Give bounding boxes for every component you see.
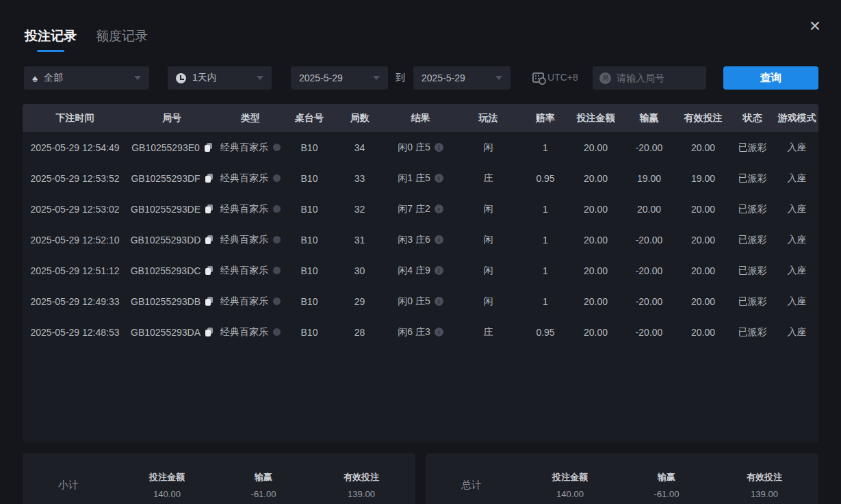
result-cell: 闲0 庄5 i bbox=[385, 286, 456, 317]
play-cell: 闲 bbox=[456, 132, 521, 163]
filter-bar: ♠ 全部 1天内 2025-5-29 到 2025-5-29 UTC+8 局 查… bbox=[0, 66, 841, 90]
play-cell: 闲 bbox=[456, 286, 521, 317]
result-text: 闲1 庄5 bbox=[398, 172, 430, 185]
header-game-id: 局号 bbox=[127, 104, 216, 132]
bet-amount-cell: 20.00 bbox=[570, 132, 621, 163]
date-from-picker[interactable]: 2025-5-29 bbox=[291, 66, 388, 90]
total-valid-group: 有效投注 139.00 bbox=[710, 471, 818, 499]
tab-bet-records-label: 投注记录 bbox=[25, 27, 77, 45]
header-bet-amount: 投注金额 bbox=[570, 104, 621, 132]
game-type-value: 全部 bbox=[44, 72, 63, 84]
round-cell: 28 bbox=[334, 317, 385, 347]
tab-bet-records[interactable]: 投注记录 bbox=[25, 27, 77, 52]
table-row: 2025-05-29 12:52:10 GB10255293DD 经典百家乐 B… bbox=[23, 224, 818, 255]
status-cell: 已派彩 bbox=[729, 163, 775, 194]
video-replay-icon bbox=[273, 205, 281, 213]
info-icon[interactable]: i bbox=[435, 143, 443, 152]
tab-quota-records[interactable]: 额度记录 bbox=[96, 27, 148, 52]
game-id-cell: GB10255293DF bbox=[127, 163, 216, 194]
result-text: 闲6 庄3 bbox=[398, 326, 430, 339]
time-range-dropdown[interactable]: 1天内 bbox=[168, 66, 272, 90]
result-cell: 闲0 庄5 i bbox=[385, 132, 456, 163]
date-to-value: 2025-5-29 bbox=[422, 72, 465, 83]
game-type-cell: 经典百家乐 bbox=[216, 132, 285, 163]
game-mode-cell: 入座 bbox=[775, 194, 818, 224]
status-cell: 已派彩 bbox=[729, 224, 775, 255]
game-id-text: GB10255293E0 bbox=[131, 142, 200, 153]
info-icon[interactable]: i bbox=[435, 204, 443, 213]
result-cell: 闲1 庄5 i bbox=[385, 163, 456, 194]
odds-cell: 1 bbox=[521, 132, 570, 163]
info-icon[interactable]: i bbox=[435, 297, 443, 306]
date-to-picker[interactable]: 2025-5-29 bbox=[413, 66, 510, 90]
subtotal-valid-group: 有效投注 139.00 bbox=[307, 471, 415, 499]
game-type-cell: 经典百家乐 bbox=[216, 163, 285, 194]
round-cell: 32 bbox=[334, 194, 385, 224]
copy-icon[interactable] bbox=[205, 328, 213, 336]
active-tab-underline bbox=[37, 50, 64, 52]
tab-quota-records-label: 额度记录 bbox=[96, 27, 148, 45]
game-type-text: 经典百家乐 bbox=[220, 265, 268, 277]
game-type-dropdown[interactable]: ♠ 全部 bbox=[24, 66, 149, 90]
bet-time-cell: 2025-05-29 12:53:02 bbox=[23, 194, 127, 224]
spade-icon: ♠ bbox=[32, 72, 38, 84]
bet-amount-cell: 20.00 bbox=[570, 286, 621, 317]
round-cell: 30 bbox=[334, 255, 385, 286]
game-type-cell: 经典百家乐 bbox=[216, 224, 285, 255]
valid-bet-cell: 20.00 bbox=[677, 194, 729, 224]
win-loss-cell: -20.00 bbox=[621, 224, 677, 255]
result-text: 闲3 庄6 bbox=[398, 234, 430, 246]
info-icon[interactable]: i bbox=[435, 266, 443, 275]
table-row: 2025-05-29 12:51:12 GB10255293DC 经典百家乐 B… bbox=[23, 255, 818, 286]
info-icon[interactable]: i bbox=[435, 174, 443, 183]
header-odds: 赔率 bbox=[521, 104, 570, 132]
copy-icon[interactable] bbox=[205, 266, 213, 275]
total-label: 总计 bbox=[426, 479, 517, 492]
header-type: 类型 bbox=[216, 104, 285, 132]
copy-icon[interactable] bbox=[205, 174, 213, 183]
table-no-cell: B10 bbox=[285, 255, 334, 286]
info-icon[interactable]: i bbox=[435, 235, 443, 244]
total-bet-group: 投注金额 140.00 bbox=[517, 471, 623, 499]
game-id-cell: GB10255293DC bbox=[127, 255, 216, 286]
odds-cell: 1 bbox=[521, 194, 570, 224]
video-replay-icon bbox=[273, 297, 281, 305]
game-type-text: 经典百家乐 bbox=[220, 203, 268, 215]
game-mode-cell: 入座 bbox=[775, 224, 818, 255]
round-cell: 34 bbox=[334, 132, 385, 163]
info-icon[interactable]: i bbox=[435, 328, 443, 336]
odds-cell: 1 bbox=[521, 255, 570, 286]
result-cell: 闲6 庄3 i bbox=[385, 317, 456, 347]
subtotal-valid-value: 139.00 bbox=[307, 489, 415, 499]
odds-cell: 1 bbox=[521, 286, 570, 317]
win-loss-cell: -20.00 bbox=[621, 286, 677, 317]
result-text: 闲7 庄2 bbox=[398, 203, 430, 215]
odds-cell: 0.95 bbox=[521, 163, 570, 194]
copy-icon[interactable] bbox=[205, 297, 213, 306]
game-type-cell: 经典百家乐 bbox=[216, 255, 285, 286]
bet-time-cell: 2025-05-29 12:54:49 bbox=[23, 132, 127, 163]
chevron-down-icon bbox=[495, 76, 502, 80]
status-cell: 已派彩 bbox=[729, 255, 775, 286]
game-type-text: 经典百家乐 bbox=[220, 172, 268, 185]
table-row: 2025-05-29 12:54:49 GB10255293E0 经典百家乐 B… bbox=[23, 132, 818, 163]
bet-time-cell: 2025-05-29 12:49:33 bbox=[23, 286, 127, 317]
copy-icon[interactable] bbox=[205, 235, 213, 244]
close-icon[interactable]: × bbox=[804, 15, 826, 37]
game-mode-cell: 入座 bbox=[775, 317, 818, 347]
round-search-box[interactable]: 局 bbox=[593, 66, 706, 90]
copy-icon[interactable] bbox=[205, 204, 213, 213]
result-cell: 闲4 庄9 i bbox=[385, 255, 456, 286]
time-range-value: 1天内 bbox=[192, 72, 217, 84]
query-button[interactable]: 查询 bbox=[723, 66, 818, 90]
result-text: 闲4 庄9 bbox=[398, 265, 430, 277]
round-search-input[interactable] bbox=[617, 72, 699, 83]
subtotal-win-value: -61.00 bbox=[220, 489, 307, 499]
calendar-clock-icon bbox=[532, 72, 544, 83]
status-cell: 已派彩 bbox=[729, 317, 775, 347]
video-replay-icon bbox=[273, 267, 281, 274]
header-table-no: 桌台号 bbox=[285, 104, 334, 132]
copy-icon[interactable] bbox=[205, 143, 212, 152]
game-id-cell: GB10255293E0 bbox=[127, 132, 216, 163]
game-id-cell: GB10255293DB bbox=[127, 286, 216, 317]
